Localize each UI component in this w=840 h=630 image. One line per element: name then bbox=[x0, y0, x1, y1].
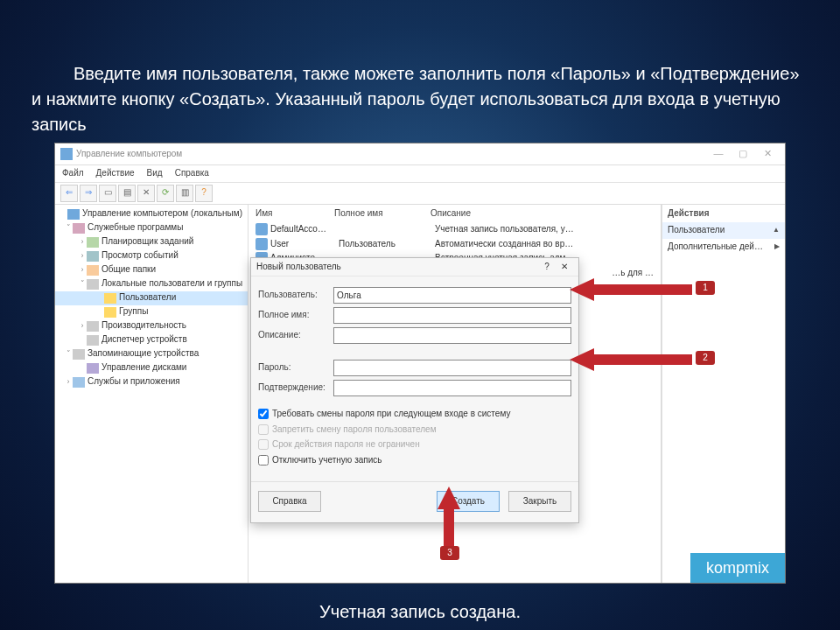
input-password[interactable] bbox=[333, 360, 571, 376]
label-desc: Описание: bbox=[258, 329, 333, 342]
label-confirm: Подтверждение: bbox=[258, 382, 333, 395]
tree-groups[interactable]: Группы bbox=[119, 305, 148, 318]
tool-up-icon[interactable]: ▭ bbox=[99, 185, 116, 202]
user-name: DefaultAcco… bbox=[270, 223, 339, 236]
actions-item-users[interactable]: Пользователи▲ bbox=[662, 222, 785, 239]
actions-pane: Действия Пользователи▲ Дополнительные де… bbox=[662, 205, 785, 584]
dialog-title: Новый пользователь bbox=[256, 261, 538, 274]
nav-tree: Управление компьютером (локальным) ˅Служ… bbox=[55, 205, 248, 584]
user-icon bbox=[256, 238, 268, 250]
event-icon bbox=[87, 251, 99, 262]
tool-fwd-icon[interactable]: ⇒ bbox=[80, 185, 97, 202]
checkbox-label: Отключить учетную запись bbox=[272, 454, 382, 467]
menubar: Файл Действие Вид Справка bbox=[55, 165, 785, 183]
actions-item-label: Дополнительные дей… bbox=[668, 241, 763, 254]
dialog-close-icon[interactable]: ✕ bbox=[556, 261, 573, 274]
user-name: User bbox=[270, 238, 339, 251]
checkbox-label: Требовать смены пароля при следующем вхо… bbox=[272, 408, 510, 421]
tool-export-icon[interactable]: ✕ bbox=[137, 185, 155, 202]
badge-3: 3 bbox=[440, 546, 459, 560]
tree-devmgr[interactable]: Диспетчер устройств bbox=[102, 333, 187, 346]
user-desc: Учетная запись пользователя, у… bbox=[435, 223, 654, 236]
col-fullname[interactable]: Полное имя bbox=[334, 207, 430, 220]
footer-note: Учетная запись создана. bbox=[32, 599, 808, 625]
computer-icon bbox=[67, 209, 80, 220]
arrow-1 bbox=[570, 276, 692, 307]
collapse-icon: ▲ bbox=[773, 225, 780, 235]
menu-help[interactable]: Справка bbox=[175, 167, 209, 180]
tree-services[interactable]: Службы и приложения bbox=[88, 375, 180, 388]
label-username: Пользователь: bbox=[258, 289, 333, 302]
user-row[interactable]: UserПользовательАвтоматически созданная … bbox=[248, 237, 661, 252]
col-desc[interactable]: Описание bbox=[430, 207, 654, 220]
menu-action[interactable]: Действие bbox=[96, 167, 135, 180]
close-dialog-button[interactable]: Закрыть bbox=[508, 491, 571, 512]
menu-view[interactable]: Вид bbox=[147, 167, 163, 180]
arrow-2 bbox=[570, 346, 692, 377]
actions-item-more[interactable]: Дополнительные дей…▶ bbox=[662, 239, 785, 256]
actions-header: Действия bbox=[662, 205, 785, 223]
device-icon bbox=[87, 335, 99, 346]
user-icon bbox=[256, 223, 268, 235]
tree-root[interactable]: Управление компьютером (локальным) bbox=[82, 207, 242, 220]
input-desc[interactable] bbox=[333, 327, 571, 344]
close-button[interactable]: ✕ bbox=[755, 147, 780, 161]
minimize-button[interactable]: — bbox=[706, 147, 731, 161]
checkbox-no-change: Запретить смену пароля пользователем bbox=[258, 424, 571, 437]
tool-help-icon[interactable]: ? bbox=[195, 185, 213, 202]
tool-refresh-icon[interactable]: ⟳ bbox=[157, 185, 174, 202]
screenshot-panel: Управление компьютером — ▢ ✕ Файл Действ… bbox=[54, 143, 786, 584]
checkbox-label: Запретить смену пароля пользователем bbox=[272, 424, 437, 437]
maximize-button[interactable]: ▢ bbox=[731, 147, 755, 161]
help-button[interactable]: Справка bbox=[258, 491, 321, 512]
tree-users[interactable]: Пользователи bbox=[119, 291, 176, 304]
checkbox-never-expire: Срок действия пароля не ограничен bbox=[258, 438, 571, 452]
folder-icon bbox=[104, 307, 116, 318]
tree-shared[interactable]: Общие папки bbox=[102, 263, 156, 276]
watermark: kompmix bbox=[690, 553, 785, 583]
menu-file[interactable]: Файл bbox=[62, 167, 84, 180]
tree-scheduler[interactable]: Планировщик заданий bbox=[102, 235, 193, 248]
tool-back-icon[interactable]: ⇐ bbox=[60, 185, 78, 202]
storage-icon bbox=[73, 349, 85, 360]
disk-icon bbox=[87, 363, 99, 374]
dialog-help-icon[interactable]: ? bbox=[538, 261, 556, 274]
tree-local-users[interactable]: Локальные пользователи и группы bbox=[102, 277, 242, 290]
tree-events[interactable]: Просмотр событий bbox=[102, 249, 178, 262]
tools-icon bbox=[73, 223, 85, 234]
window-title: Управление компьютером bbox=[76, 148, 706, 161]
svg-marker-2 bbox=[438, 486, 460, 548]
window-titlebar: Управление компьютером — ▢ ✕ bbox=[55, 144, 785, 165]
label-fullname: Полное имя: bbox=[258, 309, 333, 322]
folder-icon bbox=[104, 293, 116, 304]
chevron-right-icon: ▶ bbox=[774, 242, 780, 252]
app-icon bbox=[60, 148, 73, 160]
tree-storage[interactable]: Запоминающие устройства bbox=[88, 347, 199, 360]
user-full: Пользователь bbox=[339, 238, 435, 251]
input-username[interactable] bbox=[333, 287, 571, 304]
col-name[interactable]: Имя bbox=[256, 207, 334, 220]
label-password: Пароль: bbox=[258, 361, 333, 374]
user-row[interactable]: DefaultAcco…Учетная запись пользователя,… bbox=[248, 222, 661, 237]
checkbox-disable-account[interactable]: Отключить учетную запись bbox=[258, 454, 571, 467]
perf-icon bbox=[87, 321, 99, 332]
arrow-3 bbox=[436, 486, 462, 552]
tree-system-tools[interactable]: Служебные программы bbox=[88, 221, 183, 234]
input-confirm[interactable] bbox=[333, 380, 571, 396]
share-icon bbox=[87, 265, 99, 276]
checkbox-label: Срок действия пароля не ограничен bbox=[272, 438, 420, 452]
toolbar: ⇐ ⇒ ▭ ▤ ✕ ⟳ ▥ ? bbox=[55, 183, 785, 205]
services-icon bbox=[73, 377, 85, 388]
svg-marker-0 bbox=[570, 278, 692, 301]
tree-performance[interactable]: Производительность bbox=[102, 319, 186, 332]
column-headers: Имя Полное имя Описание bbox=[248, 205, 661, 223]
instruction-text: Введите имя пользователя, также можете з… bbox=[32, 61, 808, 137]
tree-diskmgr[interactable]: Управление дисками bbox=[102, 361, 186, 374]
actions-item-label: Пользователи bbox=[668, 224, 724, 237]
checkbox-require-change[interactable]: Требовать смены пароля при следующем вхо… bbox=[258, 408, 571, 421]
tool-props-icon[interactable]: ▤ bbox=[118, 185, 136, 202]
tool-list-icon[interactable]: ▥ bbox=[176, 185, 193, 202]
user-desc: Автоматически созданная во вр… bbox=[435, 238, 654, 251]
users-groups-icon bbox=[87, 279, 99, 290]
input-fullname[interactable] bbox=[333, 307, 571, 324]
